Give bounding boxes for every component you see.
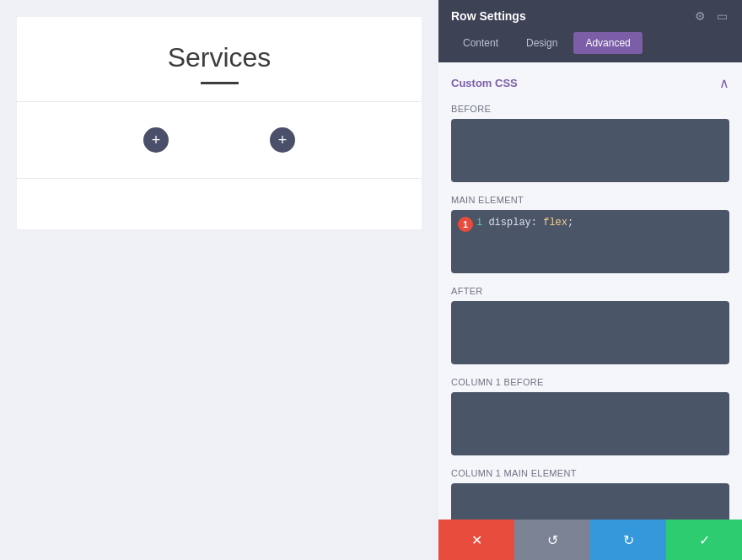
panel-header-icons: ⚙ ▭ <box>692 8 729 24</box>
section-block: Services + + <box>17 17 422 229</box>
panel-footer: ✕ ↺ ↻ ✓ <box>438 520 742 560</box>
undo-button[interactable]: ↺ <box>514 520 590 560</box>
canvas-area: Services + + <box>0 0 438 560</box>
section-header: Services <box>17 17 422 102</box>
redo-button[interactable]: ↻ <box>590 520 666 560</box>
field-label-before: Before <box>451 104 729 114</box>
code-editor-col1-before[interactable] <box>451 392 729 455</box>
settings-panel: Row Settings ⚙ ▭ Content Design Advanced… <box>438 0 742 560</box>
code-editor-main[interactable]: 1 i display: flex; <box>451 210 729 273</box>
code-editor-before[interactable] <box>451 119 729 182</box>
panel-content: Custom CSS ∧ Before Main Element 1 i dis… <box>438 62 742 520</box>
redo-icon: ↻ <box>623 532 634 548</box>
code-editor-col1-main[interactable] <box>451 483 729 520</box>
collapse-icon[interactable]: ∧ <box>719 75 729 91</box>
undo-icon: ↺ <box>547 532 558 548</box>
field-label-col1-main: Column 1 Main Element <box>451 468 729 478</box>
expand-icon[interactable]: ▭ <box>714 8 729 24</box>
add-column-button-2[interactable]: + <box>270 127 295 153</box>
field-label-main: Main Element <box>451 195 729 205</box>
tab-advanced[interactable]: Advanced <box>573 32 642 54</box>
section-divider <box>201 82 239 84</box>
save-icon: ✓ <box>699 532 710 548</box>
save-button[interactable]: ✓ <box>666 520 742 560</box>
panel-tabs: Content Design Advanced <box>438 32 742 62</box>
section-title: Services <box>34 42 405 73</box>
section-row: + + <box>17 102 422 179</box>
cancel-icon: ✕ <box>471 532 482 548</box>
line-number-badge: 1 <box>458 217 473 232</box>
panel-title: Row Settings <box>451 9 526 23</box>
add-column-button-1[interactable]: + <box>143 127 169 153</box>
css-section-title: Custom CSS <box>451 77 518 89</box>
settings-icon[interactable]: ⚙ <box>692 8 707 24</box>
tab-content[interactable]: Content <box>451 32 510 54</box>
section-row-2 <box>17 179 422 229</box>
css-section-header: Custom CSS ∧ <box>451 75 729 91</box>
tab-design[interactable]: Design <box>514 32 569 54</box>
field-label-after: After <box>451 286 729 296</box>
code-editor-after[interactable] <box>451 301 729 364</box>
cancel-button[interactable]: ✕ <box>438 520 514 560</box>
panel-header: Row Settings ⚙ ▭ <box>438 0 742 32</box>
field-label-col1-before: Column 1 before <box>451 377 729 387</box>
code-text-main: i display: flex; <box>476 217 573 229</box>
